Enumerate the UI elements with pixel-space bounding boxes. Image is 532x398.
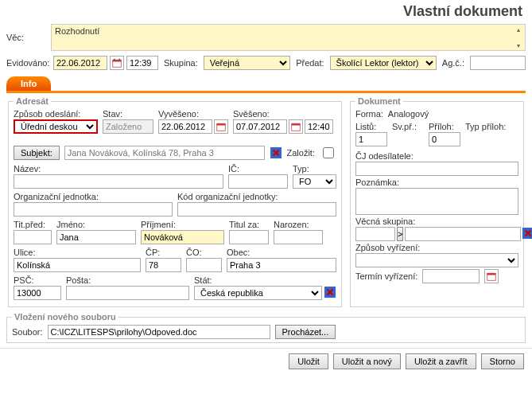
vecna-text-input[interactable] bbox=[405, 227, 521, 241]
titza-input[interactable] bbox=[229, 230, 269, 244]
adresat-section: Adresát Způsob odeslání: Úřední deskou S… bbox=[8, 96, 342, 307]
ic-label: IČ: bbox=[228, 164, 288, 174]
prijmeni-input[interactable] bbox=[141, 230, 224, 244]
typ-select[interactable]: FO bbox=[293, 174, 336, 189]
ulice-input[interactable] bbox=[14, 258, 141, 272]
vec-value: Rozhodnutí bbox=[55, 26, 99, 36]
delete-subjekt-icon[interactable] bbox=[270, 146, 282, 159]
zpusob-vyrizeni-label: Způsob vyřízení: bbox=[355, 243, 518, 252]
cp-label: ČP: bbox=[146, 248, 181, 257]
poznamka-input[interactable] bbox=[355, 188, 518, 215]
dokument-section: Dokument Forma: Analogový Listů: Sv.př.:… bbox=[350, 96, 524, 307]
typ-priloh-label: Typ příloh: bbox=[465, 122, 518, 131]
sveseno-label: Svěšeno: bbox=[233, 109, 333, 119]
listu-label: Listů: bbox=[355, 122, 387, 131]
evidovano-label: Evidováno: bbox=[6, 58, 48, 68]
upload-legend: Vložení nového souboru bbox=[12, 312, 118, 322]
posta-label: Pošta: bbox=[66, 275, 189, 285]
clear-vecna-icon[interactable] bbox=[522, 227, 532, 240]
svg-rect-12 bbox=[487, 273, 496, 275]
clear-stat-icon[interactable] bbox=[324, 286, 336, 298]
posta-input[interactable] bbox=[66, 286, 189, 300]
browse-button[interactable]: Procházet... bbox=[275, 325, 336, 339]
jmeno-input[interactable] bbox=[56, 230, 136, 244]
vecna-expand-button[interactable]: > bbox=[397, 227, 403, 241]
svg-rect-2 bbox=[114, 59, 115, 60]
stav-input bbox=[103, 119, 153, 134]
vec-input[interactable]: Rozhodnutí ▴ ▾ bbox=[51, 24, 526, 51]
vec-label: Věc: bbox=[6, 33, 48, 42]
subjekt-button[interactable]: Subjekt: bbox=[14, 146, 60, 160]
zalozit-checkbox[interactable] bbox=[323, 147, 334, 158]
cj-odesilatele-input[interactable] bbox=[355, 162, 518, 176]
cj-odesilatele-label: ČJ odesílatele: bbox=[355, 151, 518, 161]
tab-row: Info bbox=[0, 72, 532, 91]
vec-down-icon[interactable]: ▾ bbox=[514, 41, 523, 50]
org-jednotka-input[interactable] bbox=[14, 202, 173, 217]
soubor-input[interactable] bbox=[48, 325, 270, 339]
main-area: Adresát Způsob odeslání: Úřední deskou S… bbox=[0, 96, 532, 312]
tab-info[interactable]: Info bbox=[6, 76, 51, 91]
narozen-input[interactable] bbox=[274, 230, 323, 244]
zalozit-label: Založit: bbox=[287, 148, 315, 158]
storno-button[interactable]: Storno bbox=[481, 353, 524, 369]
narozen-label: Narozen: bbox=[274, 220, 323, 229]
calendar-icon[interactable] bbox=[110, 56, 124, 70]
calendar-icon[interactable] bbox=[214, 119, 228, 134]
zpusob-odeslani-select[interactable]: Úřední deskou bbox=[14, 119, 98, 134]
footer: Uložit Uložit a nový Uložit a zavřít Sto… bbox=[0, 348, 532, 374]
zpusob-vyrizeni-select[interactable] bbox=[355, 253, 518, 267]
svg-rect-5 bbox=[217, 123, 226, 125]
sveseno-time-input[interactable] bbox=[305, 119, 333, 134]
cp-input[interactable] bbox=[146, 258, 181, 272]
stav-label: Stav: bbox=[103, 109, 153, 119]
skupina-label: Skupina: bbox=[164, 58, 198, 68]
upload-section: Vložení nového souboru Soubor: Procházet… bbox=[6, 312, 526, 343]
titza-label: Titul za: bbox=[229, 220, 269, 229]
vec-up-icon[interactable]: ▴ bbox=[514, 25, 523, 34]
kod-org-label: Kód organizační jednotky: bbox=[177, 192, 336, 201]
tab-separator bbox=[6, 91, 526, 93]
kod-org-input[interactable] bbox=[177, 202, 336, 217]
evidovano-date-input[interactable] bbox=[53, 56, 107, 70]
termin-vyrizeni-label: Termín vyřízení: bbox=[355, 271, 417, 281]
nazev-input[interactable] bbox=[14, 174, 223, 189]
listu-input[interactable] bbox=[355, 132, 387, 146]
agc-label: Ag.č.: bbox=[442, 58, 464, 68]
predat-select[interactable]: Školící Lektor (lektor) bbox=[330, 56, 437, 70]
priloh-label: Příloh: bbox=[429, 122, 460, 131]
evidovano-time-input[interactable] bbox=[126, 56, 158, 70]
agc-input[interactable] bbox=[470, 56, 526, 70]
termin-vyrizeni-input[interactable] bbox=[422, 269, 480, 283]
psc-input[interactable] bbox=[14, 286, 61, 300]
ulozit-novy-button[interactable]: Uložit a nový bbox=[333, 353, 401, 369]
priloh-input[interactable] bbox=[429, 132, 460, 146]
forma-label: Forma: bbox=[355, 109, 383, 119]
org-jednotka-label: Organizační jednotka: bbox=[14, 192, 173, 201]
svg-rect-3 bbox=[118, 59, 120, 60]
titpred-input[interactable] bbox=[14, 230, 52, 244]
zpusob-odeslani-label: Způsob odeslání: bbox=[14, 109, 98, 119]
dokument-legend: Dokument bbox=[355, 96, 403, 106]
forma-value: Analogový bbox=[388, 109, 429, 119]
obec-input[interactable] bbox=[227, 258, 336, 272]
typ-label: Typ: bbox=[293, 164, 336, 174]
vyveseno-input[interactable] bbox=[158, 119, 212, 134]
ulice-label: Ulice: bbox=[14, 248, 141, 257]
vecna-code-input[interactable] bbox=[355, 227, 395, 241]
ic-input[interactable] bbox=[228, 174, 288, 189]
calendar-icon[interactable] bbox=[484, 269, 499, 283]
stat-select[interactable]: Česká republika bbox=[194, 286, 322, 300]
psc-label: PSČ: bbox=[14, 275, 61, 285]
poznamka-label: Poznámka: bbox=[355, 178, 518, 187]
ulozit-zavrit-button[interactable]: Uložit a zavřít bbox=[406, 353, 476, 369]
skupina-select[interactable]: Veřejná bbox=[204, 56, 290, 70]
nazev-label: Název: bbox=[14, 164, 223, 174]
soubor-label: Soubor: bbox=[12, 327, 43, 337]
subjekt-input[interactable] bbox=[64, 146, 265, 160]
calendar-icon[interactable] bbox=[289, 119, 303, 134]
co-input[interactable] bbox=[186, 258, 222, 272]
ulozit-button[interactable]: Uložit bbox=[289, 353, 328, 369]
sveseno-input[interactable] bbox=[233, 119, 287, 134]
jmeno-label: Jméno: bbox=[56, 220, 136, 229]
